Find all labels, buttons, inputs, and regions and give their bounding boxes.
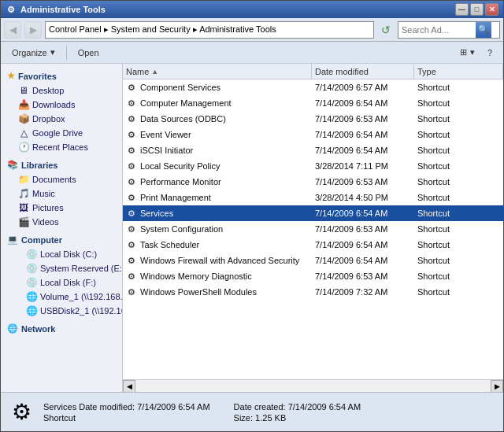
file-name: Component Services — [140, 83, 220, 92]
file-name: iSCSI Initiator — [140, 146, 193, 155]
file-date: 7/14/2009 6:54 AM — [312, 130, 414, 139]
file-icon: ⚙ — [126, 145, 137, 156]
file-type: Shortcut — [414, 161, 503, 171]
file-name: Data Sources (ODBC) — [140, 114, 226, 124]
refresh-button[interactable]: ↺ — [377, 21, 395, 39]
table-row[interactable]: ⚙ Computer Management 7/14/2009 6:54 AM … — [123, 95, 503, 111]
close-button[interactable]: ✕ — [485, 3, 498, 16]
sidebar-item-downloads[interactable]: 📥 Downloads — [1, 98, 122, 112]
status-icon: ⚙ — [7, 398, 35, 426]
file-name: Windows Memory Diagnostic — [140, 271, 252, 281]
favorites-header[interactable]: ★ Favorites — [1, 68, 122, 83]
sidebar-item-recent-places[interactable]: 🕐 Recent Places — [1, 140, 122, 154]
table-row[interactable]: ⚙ Event Viewer 7/14/2009 6:54 AM Shortcu… — [123, 127, 503, 142]
search-input[interactable] — [402, 25, 472, 35]
file-date: 7/14/2009 7:32 AM — [312, 287, 414, 297]
sidebar-item-local-disk-f[interactable]: 💿 Local Disk (F:) — [1, 275, 122, 290]
table-row[interactable]: ⚙ Component Services 7/14/2009 6:57 AM S… — [123, 79, 503, 95]
pictures-icon: 🖼 — [18, 202, 29, 213]
computer-header[interactable]: 💻 Computer — [1, 232, 122, 247]
dropbox-icon: 📦 — [18, 113, 29, 124]
status-col-right: Date created: 7/14/2009 6:54 AM Size: 1.… — [234, 402, 361, 423]
maximize-button[interactable]: □ — [470, 3, 484, 16]
sidebar-item-desktop[interactable]: 🖥 Desktop — [1, 83, 122, 98]
documents-icon: 📁 — [18, 174, 29, 185]
col-header-name[interactable]: Name ▲ — [123, 64, 312, 79]
status-name: Services Date modified: 7/14/2009 6:54 A… — [43, 402, 210, 412]
file-icon: ⚙ — [126, 239, 137, 250]
search-field[interactable]: 🔍 — [398, 21, 500, 39]
open-button[interactable]: Open — [73, 44, 104, 61]
sidebar-item-music[interactable]: 🎵 Music — [1, 186, 122, 201]
main-area: ★ Favorites 🖥 Desktop 📥 Downloads 📦 Drop… — [1, 64, 503, 392]
scroll-left-button[interactable]: ◀ — [123, 380, 135, 393]
search-button[interactable]: 🔍 — [476, 22, 491, 38]
file-date: 7/14/2009 6:53 AM — [312, 114, 414, 124]
library-icon: 📚 — [7, 160, 18, 170]
sidebar-item-pictures[interactable]: 🖼 Pictures — [1, 201, 122, 215]
table-row[interactable]: ⚙ Performance Monitor 7/14/2009 6:53 AM … — [123, 174, 503, 190]
file-name: Services — [140, 209, 173, 218]
file-date: 7/14/2009 6:53 AM — [312, 224, 414, 234]
file-icon: ⚙ — [126, 192, 137, 203]
status-size: Size: 1.25 KB — [234, 413, 361, 423]
sidebar: ★ Favorites 🖥 Desktop 📥 Downloads 📦 Drop… — [1, 64, 123, 392]
sidebar-item-google-drive[interactable]: △ Google Drive — [1, 126, 122, 140]
table-row[interactable]: ⚙ Windows Memory Diagnostic 7/14/2009 6:… — [123, 268, 503, 284]
scroll-track[interactable] — [135, 380, 491, 393]
table-row[interactable]: ⚙ iSCSI Initiator 7/14/2009 6:54 AM Shor… — [123, 142, 503, 158]
google-drive-icon: △ — [18, 127, 29, 138]
table-row[interactable]: ⚙ System Configuration 7/14/2009 6:53 AM… — [123, 221, 503, 237]
table-row[interactable]: ⚙ Data Sources (ODBC) 7/14/2009 6:53 AM … — [123, 111, 503, 127]
table-row[interactable]: ⚙ Windows Firewall with Advanced Securit… — [123, 253, 503, 268]
horizontal-scrollbar[interactable]: ◀ ▶ — [123, 379, 503, 392]
file-type: Shortcut — [414, 209, 503, 218]
network-icon: 🌐 — [7, 323, 18, 334]
file-name: Performance Monitor — [140, 177, 221, 186]
col-header-date[interactable]: Date modified — [312, 64, 414, 79]
file-icon: ⚙ — [126, 223, 137, 234]
file-name: Print Management — [140, 193, 211, 202]
usbdisk2-icon: 🌐 — [26, 305, 37, 316]
window-controls: — □ ✕ — [455, 3, 498, 16]
file-type: Shortcut — [414, 224, 503, 234]
sidebar-item-dropbox[interactable]: 📦 Dropbox — [1, 112, 122, 126]
sidebar-item-volume-1[interactable]: 🌐 Volume_1 (\\192.168... — [1, 290, 122, 304]
desktop-icon: 🖥 — [18, 85, 29, 96]
views-button[interactable]: ⊞ ▾ — [455, 44, 480, 61]
minimize-button[interactable]: — — [455, 3, 469, 16]
sidebar-item-system-reserved[interactable]: 💿 System Reserved (E:) — [1, 261, 122, 275]
scroll-right-button[interactable]: ▶ — [491, 380, 503, 393]
views-icon: ⊞ — [460, 47, 467, 57]
table-row[interactable]: ⚙ Task Scheduler 7/14/2009 6:54 AM Short… — [123, 237, 503, 253]
music-icon: 🎵 — [18, 188, 29, 199]
address-field[interactable]: Control Panel ▸ System and Security ▸ Ad… — [45, 21, 374, 39]
local-disk-f-icon: 💿 — [26, 277, 37, 288]
local-disk-c-icon: 💿 — [26, 249, 37, 260]
libraries-header[interactable]: 📚 Libraries — [1, 157, 122, 172]
table-row[interactable]: ⚙ Local Security Policy 3/28/2014 7:11 P… — [123, 158, 503, 174]
network-header[interactable]: 🌐 Network — [1, 321, 122, 336]
organize-button[interactable]: Organize ▾ — [7, 44, 60, 61]
col-header-type[interactable]: Type — [414, 64, 503, 79]
file-type: Shortcut — [414, 98, 503, 108]
back-button[interactable]: ◀ — [4, 21, 21, 39]
help-button[interactable]: ? — [483, 44, 497, 61]
forward-button[interactable]: ▶ — [24, 21, 42, 39]
file-list-body[interactable]: ⚙ Component Services 7/14/2009 6:57 AM S… — [123, 79, 503, 379]
file-type: Shortcut — [414, 146, 503, 155]
sidebar-item-videos[interactable]: 🎬 Videos — [1, 215, 122, 229]
system-reserved-icon: 💿 — [26, 263, 37, 274]
sidebar-item-usbdisk2[interactable]: 🌐 USBDisk2_1 (\\192.16... — [1, 304, 122, 318]
table-row[interactable]: ⚙ Windows PowerShell Modules 7/14/2009 7… — [123, 284, 503, 300]
file-type: Shortcut — [414, 177, 503, 186]
file-icon: ⚙ — [126, 98, 137, 109]
sidebar-item-documents[interactable]: 📁 Documents — [1, 172, 122, 186]
table-row[interactable]: ⚙ Print Management 3/28/2014 4:50 PM Sho… — [123, 190, 503, 205]
network-section: 🌐 Network — [1, 321, 122, 336]
table-row[interactable]: ⚙ Services 7/14/2009 6:54 AM Shortcut — [123, 205, 503, 221]
sidebar-item-local-disk-c[interactable]: 💿 Local Disk (C:) — [1, 247, 122, 261]
file-name: System Configuration — [140, 224, 223, 234]
window-title: Administrative Tools — [20, 5, 455, 14]
file-icon: ⚙ — [126, 255, 137, 266]
